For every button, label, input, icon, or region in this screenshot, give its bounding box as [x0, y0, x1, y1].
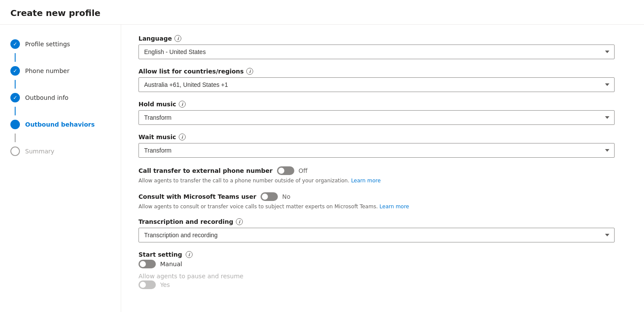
check-icon-phone: ✓ [13, 68, 17, 74]
call-transfer-toggle-row: Call transfer to external phone number O… [138, 166, 615, 175]
check-icon-outbound-info: ✓ [13, 95, 17, 101]
connector-3 [15, 107, 16, 115]
wait-music-select[interactable]: Transform [138, 143, 615, 158]
wait-music-select-wrapper: Transform [138, 143, 615, 158]
allow-pause-row: Allow agents to pause and resume [138, 273, 615, 280]
consult-toggle[interactable] [261, 192, 278, 201]
connector-4 [15, 134, 16, 142]
step-label-outbound-behaviors: Outbound behaviors [25, 121, 95, 128]
consult-field-group: Consult with Microsoft Teams user No All… [138, 192, 615, 210]
language-field-group: Language i English - United States [138, 35, 615, 59]
step-label-profile-settings: Profile settings [25, 41, 70, 48]
language-info-icon[interactable]: i [174, 35, 181, 42]
hold-music-info-icon[interactable]: i [179, 101, 186, 108]
hold-music-select[interactable]: Transform [138, 110, 615, 125]
step-circle-phone: ✓ [10, 66, 20, 76]
consult-learn-more[interactable]: Learn more [380, 204, 409, 210]
consult-helper: Allow agents to consult or transfer voic… [138, 204, 615, 210]
call-transfer-field-group: Call transfer to external phone number O… [138, 166, 615, 184]
form-section: Language i English - United States Allow… [138, 35, 615, 289]
call-transfer-label: Call transfer to external phone number [138, 167, 273, 174]
start-setting-field-group: Start setting i Manual Allow agents to p… [138, 251, 615, 289]
step-circle-summary [10, 146, 20, 156]
consult-state: No [282, 193, 290, 200]
consult-label: Consult with Microsoft Teams user [138, 193, 256, 200]
start-setting-value: Manual [160, 261, 182, 267]
allow-list-field-group: Allow list for countries/regions i Austr… [138, 68, 615, 92]
start-setting-info-icon[interactable]: i [186, 251, 193, 258]
allow-pause-toggle[interactable] [138, 280, 156, 289]
sidebar-item-summary[interactable]: Summary [0, 142, 121, 160]
start-setting-thumb [140, 261, 146, 267]
wait-music-field-group: Wait music i Transform [138, 134, 615, 158]
sidebar-item-outbound-info[interactable]: ✓ Outbound info [0, 89, 121, 107]
hold-music-label: Hold music i [138, 101, 615, 108]
allow-list-label: Allow list for countries/regions i [138, 68, 615, 75]
main-layout: ✓ Profile settings ✓ Phone number ✓ Outb… [0, 25, 644, 312]
allow-pause-label: Allow agents to pause and resume [138, 273, 243, 280]
allow-list-info-icon[interactable]: i [246, 68, 253, 75]
allow-pause-toggle-row: Yes [138, 280, 615, 289]
sidebar-item-phone-number[interactable]: ✓ Phone number [0, 62, 121, 80]
sidebar-item-outbound-behaviors[interactable]: Outbound behaviors [0, 115, 121, 134]
start-setting-label: Start setting [138, 251, 182, 258]
sidebar: ✓ Profile settings ✓ Phone number ✓ Outb… [0, 25, 121, 312]
wait-music-info-icon[interactable]: i [179, 134, 186, 140]
call-transfer-state: Off [299, 167, 308, 174]
language-label: Language i [138, 35, 615, 42]
hold-music-select-wrapper: Transform [138, 110, 615, 125]
consult-thumb [262, 194, 268, 200]
consult-track [261, 192, 278, 201]
step-circle-profile-settings: ✓ [10, 39, 20, 49]
allow-list-select[interactable]: Australia +61, United States +1 [138, 77, 615, 92]
page-title: Create new profile [10, 8, 634, 18]
step-circle-outbound-behaviors [10, 120, 20, 129]
sidebar-item-profile-settings[interactable]: ✓ Profile settings [0, 35, 121, 53]
step-label-outbound-info: Outbound info [25, 94, 68, 101]
call-transfer-helper: Allow agents to transfer the call to a p… [138, 178, 615, 184]
start-setting-track [138, 260, 156, 268]
allow-pause-thumb [140, 282, 146, 288]
step-label-summary: Summary [25, 148, 55, 155]
main-content: Language i English - United States Allow… [121, 25, 644, 312]
start-setting-toggle-row: Manual [138, 260, 615, 268]
start-setting-toggle[interactable] [138, 260, 156, 268]
transcription-label: Transcription and recording i [138, 218, 615, 225]
connector-1 [15, 53, 16, 62]
transcription-info-icon[interactable]: i [236, 218, 243, 225]
transcription-select-wrapper: Transcription and recording [138, 228, 615, 242]
call-transfer-toggle[interactable] [277, 166, 294, 175]
transcription-select[interactable]: Transcription and recording [138, 228, 615, 242]
check-icon-profile: ✓ [13, 41, 17, 47]
consult-toggle-row: Consult with Microsoft Teams user No [138, 192, 615, 201]
allow-list-select-wrapper: Australia +61, United States +1 [138, 77, 615, 92]
language-select-wrapper: English - United States [138, 45, 615, 59]
call-transfer-track [277, 166, 294, 175]
wait-music-label: Wait music i [138, 134, 615, 140]
language-select[interactable]: English - United States [138, 45, 615, 59]
step-circle-outbound-info: ✓ [10, 93, 20, 102]
start-setting-label-row: Start setting i [138, 251, 615, 258]
step-label-phone-number: Phone number [25, 67, 69, 74]
allow-pause-track [138, 280, 156, 289]
allow-pause-value: Yes [160, 281, 170, 288]
call-transfer-learn-more[interactable]: Learn more [351, 178, 380, 184]
transcription-field-group: Transcription and recording i Transcript… [138, 218, 615, 242]
connector-2 [15, 80, 16, 89]
hold-music-field-group: Hold music i Transform [138, 101, 615, 125]
call-transfer-thumb [278, 168, 284, 174]
page-header: Create new profile [0, 0, 644, 25]
